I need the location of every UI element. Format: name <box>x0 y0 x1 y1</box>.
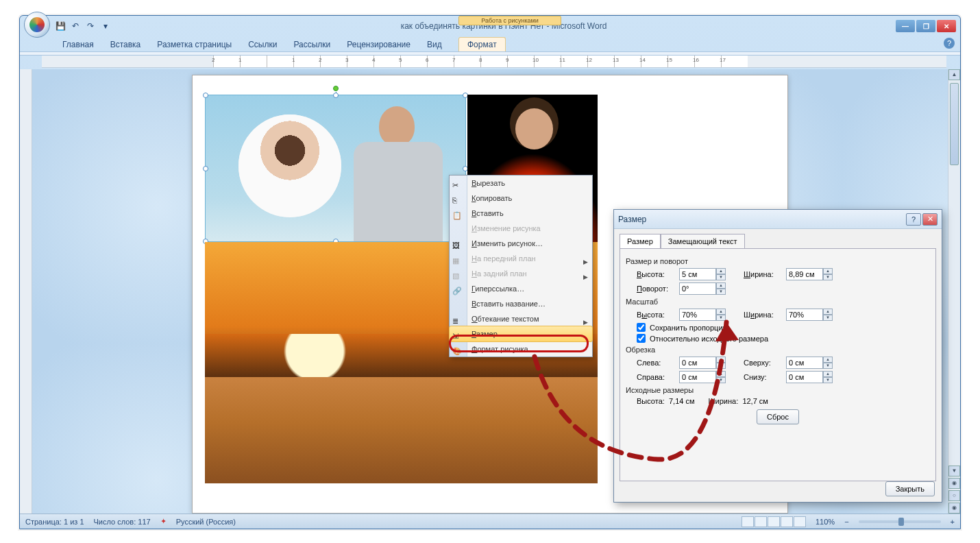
undo-icon[interactable]: ↶ <box>69 20 82 32</box>
quick-access-toolbar: 💾 ↶ ↷ ▾ <box>54 20 112 32</box>
close-button[interactable]: ✕ <box>937 20 956 32</box>
status-words[interactable]: Число слов: 117 <box>94 518 151 526</box>
tab-layout[interactable]: Разметка страницы <box>150 38 238 51</box>
checkbox-relative-orig[interactable] <box>637 334 646 343</box>
resize-handle-w[interactable] <box>203 166 208 171</box>
menu-item-1[interactable]: ⎘Копировать <box>450 191 592 206</box>
tab-references[interactable]: Ссылки <box>241 38 284 51</box>
tab-mailings[interactable]: Рассылки <box>286 38 337 51</box>
input-crop-top[interactable] <box>786 357 823 369</box>
label-relative-orig: Относительно исходного размера <box>650 335 768 343</box>
view-fullscreen-icon[interactable] <box>755 516 767 527</box>
menu-item-2[interactable]: 📋Вставить <box>450 206 592 221</box>
send-back-icon: ▧ <box>452 268 463 279</box>
menu-label: На передний план <box>471 254 536 263</box>
menu-item-11[interactable]: 🎨Формат рисунка… <box>450 341 592 357</box>
tab-format[interactable]: Формат <box>458 37 506 51</box>
view-outline-icon[interactable] <box>781 516 793 527</box>
menu-label: Обтекание текстом <box>471 315 539 323</box>
view-buttons <box>742 516 806 527</box>
size-icon: ⇲ <box>452 328 463 339</box>
label-width: Ширина: <box>744 270 782 278</box>
menu-item-4[interactable]: 🖼Изменить рисунок… <box>450 236 592 251</box>
reset-button[interactable]: Сброс <box>757 409 799 424</box>
prev-page-icon[interactable]: ◉ <box>948 478 960 489</box>
zoom-out-icon[interactable]: − <box>844 518 848 526</box>
view-print-icon[interactable] <box>742 516 754 527</box>
menu-label: Размер… <box>471 330 505 338</box>
input-rotate[interactable] <box>679 282 716 295</box>
orig-width-value: 12,7 см <box>742 397 768 405</box>
browse-object-icon[interactable]: ○ <box>948 490 960 501</box>
dialog-close-button[interactable]: ✕ <box>922 213 938 226</box>
zoom-slider[interactable] <box>859 520 941 523</box>
scroll-up-icon[interactable]: ▲ <box>948 69 960 80</box>
group-crop: Обрезка <box>626 346 929 354</box>
spinner-up-icon[interactable]: ▲ <box>716 268 726 274</box>
scroll-thumb[interactable] <box>950 83 959 165</box>
next-page-icon[interactable]: ◉ <box>948 503 960 514</box>
wrap-text-icon: ≣ <box>452 313 463 324</box>
menu-item-3: Изменение рисунка <box>450 221 592 236</box>
input-crop-right[interactable] <box>679 371 716 383</box>
save-icon[interactable]: 💾 <box>54 20 66 32</box>
cut-icon: ✂ <box>452 178 463 189</box>
bring-front-icon: ▦ <box>452 253 463 264</box>
tab-review[interactable]: Рецензирование <box>340 38 417 51</box>
menu-label: Вставить название… <box>471 300 546 308</box>
size-dialog: Размер ? ✕ Размер Замещающий текст Разме… <box>613 209 942 503</box>
input-height[interactable] <box>679 268 716 280</box>
vertical-scrollbar[interactable]: ▲ ▼ ◉ ○ ◉ <box>948 69 960 514</box>
menu-item-10[interactable]: ⇲Размер… <box>449 326 593 342</box>
help-icon[interactable]: ? <box>944 38 955 49</box>
resize-handle-n[interactable] <box>333 93 339 98</box>
context-menu: ✂Вырезать⎘Копировать📋ВставитьИзменение р… <box>449 175 593 357</box>
edit-picture-icon: 🖼 <box>452 238 463 249</box>
menu-item-9[interactable]: ≣Обтекание текстом▶ <box>450 311 592 326</box>
menu-item-0[interactable]: ✂Вырезать <box>450 176 592 191</box>
dialog-tab-size[interactable]: Размер <box>620 234 661 249</box>
redo-icon[interactable]: ↷ <box>84 20 97 32</box>
paste-icon: 📋 <box>452 208 463 219</box>
menu-label: Гиперссылка… <box>471 285 524 293</box>
tab-view[interactable]: Вид <box>420 38 449 51</box>
selected-picture[interactable] <box>205 95 466 242</box>
input-width[interactable] <box>786 268 823 280</box>
view-draft-icon[interactable] <box>794 516 806 527</box>
zoom-in-icon[interactable]: + <box>951 518 955 526</box>
checkbox-lock-aspect[interactable] <box>637 323 646 332</box>
input-crop-bottom[interactable] <box>786 371 823 383</box>
resize-handle-nw[interactable] <box>203 93 208 98</box>
dialog-help-button[interactable]: ? <box>906 213 921 226</box>
dialog-tab-alttext[interactable]: Замещающий текст <box>661 234 745 249</box>
tab-home[interactable]: Главная <box>56 38 101 51</box>
label-crop-bottom: Снизу: <box>744 373 782 381</box>
status-page[interactable]: Страница: 1 из 1 <box>25 518 84 526</box>
menu-item-7[interactable]: 🔗Гиперссылка… <box>450 281 592 296</box>
input-scale-w[interactable] <box>786 309 823 321</box>
close-dialog-button[interactable]: Закрыть <box>885 481 935 496</box>
view-web-icon[interactable] <box>768 516 780 527</box>
tab-insert[interactable]: Вставка <box>103 38 148 51</box>
rotate-handle[interactable] <box>333 86 339 91</box>
menu-item-8[interactable]: Вставить название… <box>450 296 592 311</box>
spinner-down-icon[interactable]: ▼ <box>716 274 726 280</box>
status-lang[interactable]: Русский (Россия) <box>176 518 236 526</box>
zoom-level[interactable]: 110% <box>816 518 835 526</box>
qat-dropdown-icon[interactable]: ▾ <box>99 20 112 32</box>
office-button[interactable] <box>24 12 50 38</box>
label-height: Высота: <box>637 270 675 278</box>
picture-tools-label: Работа с рисунками <box>458 16 561 25</box>
input-crop-left[interactable] <box>679 357 716 369</box>
maximize-button[interactable]: ❐ <box>916 20 935 32</box>
minimize-button[interactable]: — <box>896 20 915 32</box>
input-scale-h[interactable] <box>679 309 716 321</box>
scroll-down-icon[interactable]: ▼ <box>948 466 960 476</box>
label-lock-aspect: Сохранить пропорции <box>650 324 727 332</box>
menu-label: На задний план <box>471 269 527 278</box>
titlebar: 💾 ↶ ↷ ▾ как объединять картинки в Пэйнт … <box>20 16 960 36</box>
dialog-titlebar[interactable]: Размер ? ✕ <box>614 210 942 229</box>
vertical-ruler[interactable] <box>20 69 32 514</box>
horizontal-ruler[interactable]: 211234567891011121314151617 <box>42 56 946 68</box>
group-size-rotate: Размер и поворот <box>626 257 929 265</box>
